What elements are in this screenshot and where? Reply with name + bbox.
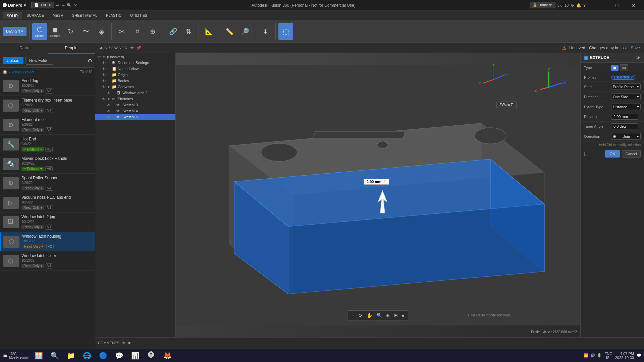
tree-item[interactable]: 👁▼✏Sketches [95, 96, 175, 102]
sidebar-tab-people[interactable]: People [48, 43, 95, 54]
tree-item[interactable]: 👁✏Sketch13 [95, 102, 175, 108]
volume-icon[interactable]: 🔊 [590, 353, 595, 358]
extrude-start-dropdown[interactable]: Profile Plane ▾ [611, 83, 641, 90]
profiles-chip-close[interactable]: ✕ [630, 75, 633, 79]
help-icon[interactable]: ? [583, 3, 586, 8]
tree-item[interactable]: 👁📋Named Views [95, 66, 175, 72]
taskbar-edge-btn[interactable]: 🌐 [79, 349, 94, 362]
user-dropdown[interactable]: ▾ [24, 3, 26, 8]
extrude-btn[interactable]: ◼ Extrude [48, 23, 62, 40]
file-item[interactable]: ⚙Feed Jug10/28/22Read-Only ▾V3 [0, 76, 95, 96]
permission-badge[interactable]: Read-Only ▾ [21, 186, 44, 190]
assemble-btn-1[interactable]: 🔗 [166, 23, 180, 40]
type-solid-btn[interactable]: ◼ [611, 65, 619, 71]
combine-btn[interactable]: ⊕ [145, 23, 160, 40]
nav-orbit-btn[interactable]: ⟳ [357, 312, 364, 319]
assemble-btn-2[interactable]: ⇅ [181, 23, 196, 40]
revolve-btn[interactable]: ↻ [63, 23, 78, 40]
comments-expand-btn[interactable]: ▶ [128, 341, 131, 345]
extrude-taper-input[interactable] [611, 123, 638, 129]
maximize-btn[interactable]: □ [609, 0, 625, 11]
tree-visibility-icon[interactable]: 👁 [107, 109, 110, 113]
permission-badge[interactable]: Read-Only ▾ [21, 108, 44, 113]
nav-home-btn[interactable]: ⌂ [350, 312, 356, 319]
file-item[interactable]: ⬡Window latch slider10/12/22Read-Only ▾V… [0, 251, 95, 271]
extrude-distance-input[interactable] [611, 114, 638, 120]
tree-visibility-icon[interactable]: 👁 [102, 97, 106, 101]
tree-visibility-icon[interactable]: 👁 [102, 85, 106, 89]
extrude-extent-dropdown[interactable]: Distance ▾ [611, 104, 641, 110]
inspect-btn[interactable]: 📏 [222, 23, 237, 40]
tab-sheet-metal[interactable]: SHEET METAL [68, 12, 101, 19]
file-item[interactable]: ⬡Window latch housing10/12/22Read-Only ▾… [0, 232, 95, 251]
search-btn[interactable]: 🔍 [67, 3, 72, 8]
permission-badge[interactable]: ✏ Editable ▾ [21, 147, 44, 152]
extrude-collapse-btn[interactable]: ≫ [636, 55, 641, 60]
close-file-btn[interactable]: ✕ [74, 3, 77, 8]
permission-badge[interactable]: Read-Only ▾ [21, 225, 44, 229]
file-item[interactable]: ⬡Filament dry box Insert base9/29/22Read… [0, 96, 95, 115]
sidebar-settings-btn[interactable]: ⚙ [88, 58, 92, 64]
user-name[interactable]: DanPro [8, 3, 22, 8]
tab-plastic[interactable]: PLASTIC [102, 12, 125, 19]
file-item[interactable]: ⚙Spool Roller Support9/20/22Read-Only ▾V… [0, 174, 95, 193]
design-button[interactable]: DESIGN ▾ [3, 27, 26, 36]
sidebar-tab-data[interactable]: Data [0, 43, 48, 54]
ok-button[interactable]: OK [605, 150, 620, 158]
tree-expand-arrow[interactable]: ▼ [102, 55, 106, 59]
tree-expand-arrow[interactable]: ▼ [107, 97, 111, 101]
file-item[interactable]: 🔧Hot End9/6/22✏ Editable ▾V1 [0, 135, 95, 154]
measurement-options-icon[interactable]: ⋮ [383, 180, 386, 184]
loft-btn[interactable]: ◈ [94, 23, 109, 40]
taskbar-start-btn[interactable]: 🪟 [31, 349, 46, 362]
create-sketch-btn[interactable]: ⬡ Sketch [32, 23, 47, 40]
profiles-chip[interactable]: 1 selected ✕ [611, 75, 635, 80]
permission-badge[interactable]: ✏ Editable ▾ [21, 167, 44, 171]
measurement-tooltip[interactable]: 2.00 mm ⋮ [364, 179, 389, 185]
permission-badge[interactable]: Read-Only ▾ [21, 89, 44, 93]
sweep-btn[interactable]: 〜 [78, 23, 93, 40]
undo-btn[interactable]: ↩ [56, 3, 59, 8]
tree-item[interactable]: 👁⚙Document Settings [95, 60, 175, 66]
minimize-btn[interactable]: — [592, 0, 608, 11]
battery-icon[interactable]: 🔋 [597, 353, 602, 358]
3d-viewport[interactable]: X Y Z 2.00 mm ⋮ [176, 53, 580, 337]
notifications-icon[interactable]: 🔔 [576, 3, 581, 8]
save-link[interactable]: Save [631, 46, 640, 50]
display-mode-btn[interactable]: ◈ [385, 312, 391, 319]
inspect-btn-2[interactable]: 🔎 [237, 23, 252, 40]
grid-btn[interactable]: ⊞ [392, 312, 399, 319]
tree-item[interactable]: 👁✏Sketch15 [95, 114, 175, 120]
permission-badge[interactable]: Read-Only ▾ [21, 128, 44, 132]
permission-badge[interactable]: Read-Only ▾ [21, 205, 44, 210]
project-name[interactable]: Admin Project [11, 70, 34, 74]
taskbar-explorer-btn[interactable]: 📁 [63, 349, 78, 362]
comments-eye-btn[interactable]: 👁 [122, 341, 126, 345]
taskbar-search-btn[interactable]: 🔍 [47, 349, 62, 362]
browser-pin-btn[interactable]: 📌 [136, 46, 141, 50]
taskbar-discord-btn[interactable]: 💬 [112, 349, 126, 362]
construct-btn-1[interactable]: 📐 [202, 23, 216, 40]
tree-item[interactable]: 👁▼📁Canvases [95, 84, 175, 90]
new-folder-button[interactable]: New Folder [25, 57, 53, 65]
tree-visibility-icon[interactable]: 👁 [107, 91, 110, 95]
modify-btn-2[interactable]: ⌗ [130, 23, 145, 40]
viewcube-svg[interactable]: X Y Z [476, 63, 510, 97]
taskbar-chrome-btn[interactable]: 🔵 [96, 349, 110, 362]
insert-btn[interactable]: ⬇ [258, 23, 273, 40]
extrude-direction-dropdown[interactable]: One Side ▾ [611, 94, 641, 100]
tree-item[interactable]: 👁📁Origin [95, 72, 175, 78]
tree-visibility-icon[interactable]: 👁 [107, 115, 110, 119]
extrude-operation-dropdown[interactable]: ⊕ Join ▾ [611, 133, 641, 140]
front-label[interactable]: FRonT [496, 102, 517, 108]
nav-pan-btn[interactable]: ✋ [365, 312, 374, 319]
taskbar-app5[interactable]: 📊 [128, 349, 143, 362]
tree-item[interactable]: 👁✏Sketch14 [95, 108, 175, 114]
close-btn[interactable]: ✕ [626, 0, 641, 11]
type-thin-btn[interactable]: ▭ [620, 64, 628, 71]
tree-item[interactable]: 👁🖼Window latch 2 [95, 90, 175, 96]
tree-expand-arrow[interactable]: ▼ [107, 85, 111, 89]
modify-btn-1[interactable]: ✂ [114, 23, 129, 40]
appearance-btn[interactable]: ● [400, 312, 406, 319]
settings-icon[interactable]: ⚙ [571, 3, 574, 8]
